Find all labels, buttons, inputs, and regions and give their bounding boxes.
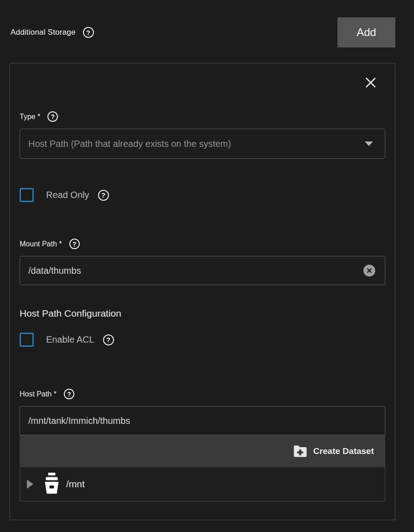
close-icon[interactable]	[364, 76, 378, 89]
expand-arrow-icon[interactable]	[27, 480, 33, 489]
create-dataset-label: Create Dataset	[313, 446, 374, 456]
dataset-icon	[43, 473, 60, 495]
section-title: Additional Storage	[10, 28, 76, 37]
chevron-down-icon	[365, 141, 373, 146]
host-path-label: Host Path *	[20, 390, 57, 398]
mount-path-label: Mount Path *	[20, 240, 62, 248]
type-select[interactable]: Host Path (Path that already exists on t…	[20, 129, 385, 159]
tree-node-mnt[interactable]: /mnt	[20, 467, 385, 501]
read-only-checkbox[interactable]	[20, 188, 34, 202]
additional-storage-header: Additional Storage ? Add	[0, 0, 414, 47]
help-icon[interactable]: ?	[47, 111, 58, 122]
tree-node-label: /mnt	[66, 479, 85, 490]
enable-acl-label: Enable ACL	[46, 334, 94, 345]
create-dataset-button[interactable]: Create Dataset	[293, 445, 374, 457]
add-button[interactable]: Add	[337, 17, 395, 47]
storage-item-panel: Type * ? Host Path (Path that already ex…	[10, 63, 395, 520]
host-path-config-heading: Host Path Configuration	[20, 308, 385, 319]
host-path-input[interactable]	[20, 406, 385, 435]
help-icon[interactable]: ?	[98, 190, 109, 201]
mount-path-input[interactable]	[20, 256, 385, 285]
folder-plus-icon	[293, 445, 307, 457]
help-icon[interactable]: ?	[64, 389, 74, 399]
help-icon[interactable]: ?	[83, 27, 94, 38]
type-select-value: Host Path (Path that already exists on t…	[28, 139, 231, 149]
help-icon[interactable]: ?	[103, 334, 114, 345]
dataset-tree: /mnt	[20, 467, 385, 501]
enable-acl-checkbox[interactable]	[20, 333, 34, 347]
explorer-toolbar: Create Dataset	[20, 435, 385, 467]
host-path-explorer: Create Dataset /mnt	[20, 406, 385, 501]
clear-icon[interactable]	[363, 265, 375, 276]
help-icon[interactable]: ?	[69, 239, 80, 249]
type-label: Type *	[20, 113, 40, 121]
read-only-label: Read Only	[46, 190, 89, 200]
